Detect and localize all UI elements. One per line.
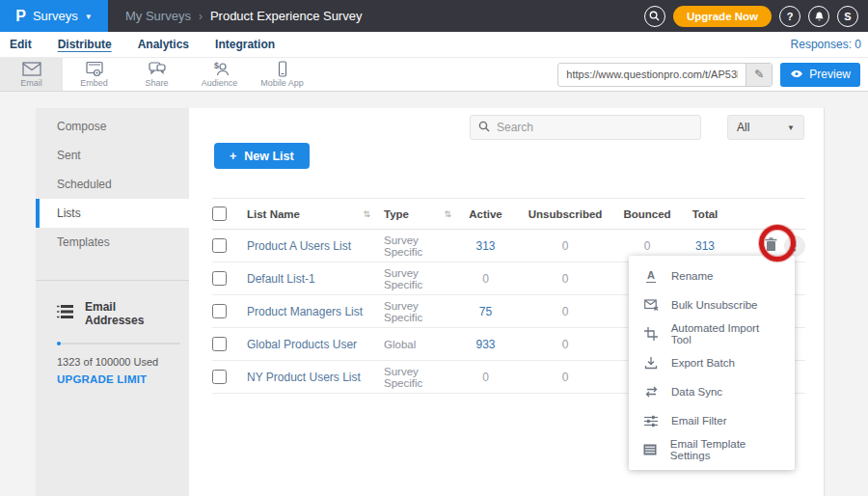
sidebar-item-scheduled[interactable]: Scheduled: [36, 170, 189, 199]
row-checkbox[interactable]: [212, 370, 227, 384]
upgrade-limit-link[interactable]: UPGRADE LIMIT: [57, 373, 176, 385]
export-batch-icon: [643, 356, 659, 370]
email-addresses-title: Email Addresses: [85, 300, 176, 327]
embed-icon: [84, 61, 105, 77]
search-icon[interactable]: [644, 6, 665, 27]
email-usage-progress-bar: [57, 343, 180, 344]
tab-share[interactable]: Share: [125, 58, 188, 91]
menu-item-automated-import-tool[interactable]: Automated Import Tool: [629, 319, 795, 348]
sidebar-item-sent[interactable]: Sent: [36, 141, 189, 170]
breadcrumb: My Surveys › Product Experience Survey: [125, 9, 362, 23]
col-bounced: Bounced: [618, 208, 676, 220]
total-count[interactable]: 313: [676, 239, 734, 253]
tab-embed[interactable]: Embed: [63, 58, 125, 91]
col-active: Active: [459, 208, 512, 220]
active-count[interactable]: 75: [459, 305, 512, 318]
menu-item-rename[interactable]: A Rename: [629, 262, 795, 290]
active-count[interactable]: 933: [459, 338, 512, 351]
tab-email[interactable]: Email: [0, 58, 63, 91]
mobile-app-icon: [272, 61, 293, 77]
email-icon: [21, 61, 42, 77]
email-filter-icon: [643, 415, 659, 427]
menu-item-email-template-settings[interactable]: Email Template Settings: [629, 435, 795, 464]
sidebar-nav: Compose Sent Scheduled Lists Templates: [36, 108, 189, 257]
sidebar-item-lists[interactable]: Lists: [36, 199, 189, 228]
trash-icon: [765, 237, 777, 255]
tab-mobile-app[interactable]: Mobile App: [251, 58, 313, 91]
search-box: [470, 115, 701, 140]
survey-nav: Edit Distribute Analytics Integration Re…: [0, 32, 868, 57]
unsubscribed-count: 0: [512, 272, 618, 286]
tab-integration[interactable]: Integration: [215, 38, 275, 51]
sort-icon[interactable]: ⇅: [444, 209, 451, 219]
eye-icon: [790, 68, 803, 81]
sidebar-item-compose[interactable]: Compose: [36, 112, 189, 141]
list-name-link[interactable]: NY Product Users List: [247, 371, 361, 384]
row-checkbox[interactable]: [212, 304, 227, 318]
list-name-link[interactable]: Product Managers List: [247, 305, 363, 318]
row-checkbox[interactable]: [212, 238, 227, 253]
chevron-down-icon: ▼: [787, 124, 795, 132]
email-addresses-list-icon: [57, 305, 73, 322]
topbar-actions: Upgrade Now ? S: [644, 6, 868, 27]
delete-list-button[interactable]: [765, 237, 777, 255]
edit-url-pencil-icon[interactable]: ✎: [746, 63, 772, 87]
list-name-link[interactable]: Product A Users List: [247, 239, 351, 253]
new-list-button[interactable]: + New List: [214, 143, 310, 169]
list-type-filter-dropdown[interactable]: All ▼: [727, 115, 804, 140]
preview-button[interactable]: Preview: [780, 63, 860, 87]
table-header-row: List Name ⇅ Type ⇅ Active Unsubscribed B…: [212, 198, 805, 230]
tab-distribute[interactable]: Distribute: [58, 38, 112, 51]
menu-item-data-sync[interactable]: Data Sync: [629, 377, 795, 406]
data-sync-icon: [643, 386, 659, 398]
help-icon[interactable]: ?: [779, 6, 800, 27]
email-addresses-panel: Email Addresses 1323 of 100000 Used UPGR…: [36, 281, 189, 385]
page-title: Product Experience Survey: [210, 9, 363, 23]
email-sidebar: Compose Sent Scheduled Lists Templates E…: [36, 108, 189, 496]
unsubscribed-count: 0: [512, 305, 618, 318]
col-list-name: List Name: [247, 208, 300, 220]
audience-icon: $: [209, 61, 231, 77]
select-all-checkbox[interactable]: [212, 207, 227, 221]
distribute-toolbar: Email Embed Share $ Audience Mobile App …: [0, 57, 868, 92]
notifications-bell-icon[interactable]: [808, 6, 829, 27]
col-unsubscribed: Unsubscribed: [512, 208, 618, 220]
menu-item-bulk-unsubscribe[interactable]: Bulk Unsubscribe: [629, 290, 795, 319]
unsubscribed-count: 0: [512, 338, 618, 351]
row-checkbox[interactable]: [212, 271, 227, 286]
sort-icon[interactable]: ⇅: [363, 209, 370, 219]
active-count[interactable]: 313: [459, 239, 512, 253]
tab-audience[interactable]: $ Audience: [188, 58, 251, 91]
search-input[interactable]: [497, 121, 692, 134]
sidebar-item-templates[interactable]: Templates: [36, 228, 189, 257]
automated-import-icon: [643, 327, 659, 341]
tab-edit[interactable]: Edit: [10, 38, 32, 51]
menu-item-email-filter[interactable]: Email Filter: [629, 406, 795, 435]
surveys-product-switcher[interactable]: P Surveys ▼: [0, 0, 108, 32]
breadcrumb-my-surveys[interactable]: My Surveys: [125, 9, 191, 23]
share-icon: [147, 61, 168, 77]
bounced-count: 0: [618, 239, 676, 253]
toolbar-right: ✎ Preview: [557, 58, 868, 91]
unsubscribed-count: 0: [512, 239, 618, 253]
list-name-link[interactable]: Global Products User: [247, 338, 357, 351]
row-checkbox[interactable]: [212, 337, 227, 351]
row-kebab-menu-button[interactable]: ⋮: [784, 235, 805, 257]
email-template-settings-icon: [643, 444, 658, 455]
responses-count: Responses: 0: [791, 38, 861, 51]
email-usage-text: 1323 of 100000 Used: [57, 356, 176, 368]
tab-analytics[interactable]: Analytics: [138, 38, 189, 51]
active-count: 0: [459, 272, 512, 286]
list-actions-context-menu: A Rename Bulk Unsubscribe Automated Impo…: [629, 256, 795, 470]
list-name-link[interactable]: Default List-1: [247, 272, 315, 286]
upgrade-now-button[interactable]: Upgrade Now: [673, 6, 772, 27]
survey-url-field[interactable]: [558, 69, 746, 80]
chevron-down-icon: ▼: [85, 13, 93, 21]
menu-item-export-batch[interactable]: Export Batch: [629, 348, 795, 377]
unsubscribed-count: 0: [512, 371, 618, 384]
avatar[interactable]: S: [837, 6, 858, 27]
plus-icon: +: [230, 150, 236, 163]
svg-text:$: $: [214, 61, 219, 70]
product-label: Surveys: [33, 9, 78, 23]
list-filters: All ▼: [470, 115, 804, 140]
